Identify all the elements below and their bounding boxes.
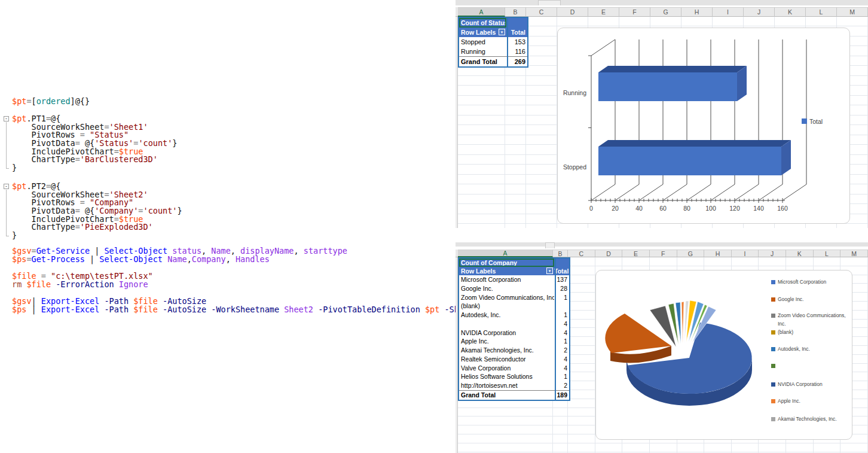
pivot-row-value-cell[interactable]: 4 — [554, 320, 569, 329]
pivot-row-label-cell[interactable]: Realtek Semiconductor — [459, 355, 554, 364]
pivot-row-label-cell[interactable] — [459, 320, 554, 329]
pivot-title-spacer-cell[interactable] — [554, 259, 569, 267]
column-header-M[interactable]: M — [841, 250, 868, 257]
legend-label[interactable]: Akamai Technologies, Inc. — [778, 416, 837, 422]
column-header-D[interactable]: D — [595, 250, 623, 257]
pivot-row-value-cell[interactable]: 28 — [554, 284, 569, 293]
row-labels-header-cell[interactable]: Row Labels ▾ — [459, 267, 554, 275]
row-labels-filter-dropdown-icon[interactable]: ▾ — [499, 29, 505, 35]
column-header-G[interactable]: G — [677, 250, 705, 257]
grand-total-value-cell[interactable]: 189 — [554, 391, 569, 400]
bar-Running[interactable] — [598, 72, 737, 101]
pie-slice-small[interactable] — [676, 302, 681, 343]
pivot-row-label-cell[interactable]: Apple Inc. — [459, 337, 554, 346]
legend-label[interactable]: Microsoft Corporation — [778, 279, 827, 285]
pivot-row-label-cell[interactable]: Zoom Video Communications, Inc. — [459, 293, 554, 302]
column-header-F[interactable]: F — [619, 7, 650, 17]
legend-label[interactable]: Total — [809, 118, 823, 125]
column-header-H[interactable]: H — [681, 7, 713, 17]
bar-chart-container[interactable]: 020406080100120140160RunningStoppedTotal — [557, 28, 850, 224]
legend-label[interactable]: Google Inc. — [778, 296, 803, 302]
column-header-G[interactable]: G — [650, 7, 681, 17]
column-header-C[interactable]: C — [568, 250, 595, 257]
bar-chart-3d[interactable]: 020406080100120140160RunningStoppedTotal — [558, 28, 849, 223]
column-header-B[interactable]: B — [553, 250, 568, 257]
pivot-row-label-cell[interactable]: Running — [459, 47, 506, 56]
column-header-E[interactable]: E — [588, 7, 619, 17]
pivot-title-spacer-cell[interactable] — [506, 18, 527, 28]
pivot-row-value-cell[interactable]: 1 — [554, 337, 569, 346]
legend-label[interactable]: Zoom Video Communications,Inc. — [778, 312, 846, 327]
pivot-row-value-cell[interactable] — [554, 302, 569, 311]
column-header-J[interactable]: J — [759, 250, 786, 257]
column-header-L[interactable]: L — [806, 7, 837, 17]
pie-chart-container[interactable]: Microsoft CorporationGoogle Inc.Zoom Vid… — [595, 270, 852, 440]
pivot-row-value-cell[interactable]: 1 — [554, 372, 569, 381]
column-header-A[interactable]: A — [458, 250, 553, 257]
legend-swatch[interactable] — [771, 399, 775, 403]
column-header-B[interactable]: B — [505, 7, 526, 17]
grand-total-label-cell[interactable]: Grand Total — [459, 57, 506, 66]
pivot-row-label-cell[interactable]: Google Inc. — [459, 284, 554, 293]
bar-top-face[interactable] — [598, 140, 791, 147]
pivot-row-label-cell[interactable]: http://tortoisesvn.net — [459, 381, 554, 390]
bar-top-face[interactable] — [598, 66, 747, 72]
pivot-row-label-cell[interactable]: Microsoft Corporation — [459, 275, 554, 284]
column-header-C[interactable]: C — [526, 7, 557, 17]
column-header-F[interactable]: F — [650, 250, 677, 257]
legend-swatch[interactable] — [771, 364, 775, 368]
pivot-row-value-cell[interactable]: 2 — [554, 346, 569, 355]
grand-total-value-cell[interactable]: 269 — [506, 57, 527, 66]
pivot-row-value-cell[interactable]: 1 — [554, 311, 569, 320]
legend-swatch[interactable] — [771, 347, 775, 351]
legend-label[interactable]: Autodesk, Inc. — [778, 346, 810, 352]
legend-label[interactable]: (blank) — [778, 329, 793, 335]
code-fold-collapse-icon[interactable]: - — [4, 184, 9, 189]
total-header-cell[interactable]: Total — [506, 28, 527, 37]
pivot-row-value-cell[interactable]: 4 — [554, 364, 569, 373]
pivot-row-label-cell[interactable]: (blank) — [459, 302, 554, 311]
grand-total-label-cell[interactable]: Grand Total — [459, 391, 554, 400]
pivot-title-cell[interactable]: Count of Status — [459, 18, 506, 28]
legend-label[interactable]: NVIDIA Corporation — [778, 381, 823, 387]
pivot-row-value-cell[interactable]: 4 — [554, 355, 569, 364]
pivot-row-value-cell[interactable]: 2 — [554, 381, 569, 390]
pie-slice-small[interactable] — [681, 302, 684, 343]
pivot-title-cell[interactable]: Count of Company — [459, 259, 554, 267]
legend-swatch[interactable] — [802, 118, 807, 124]
column-header-I[interactable]: I — [732, 250, 759, 257]
legend-swatch[interactable] — [771, 314, 775, 318]
pivot-row-value-cell[interactable]: 4 — [554, 329, 569, 338]
pivot-row-label-cell[interactable]: Valve Corporation — [459, 364, 554, 373]
row-labels-header-cell[interactable]: Row Labels ▾ — [459, 28, 506, 37]
pivot-row-label-cell[interactable]: Stopped — [459, 37, 506, 47]
legend-swatch[interactable] — [771, 382, 775, 387]
pivot-row-value-cell[interactable]: 137 — [554, 275, 569, 284]
column-header-I[interactable]: I — [713, 7, 744, 17]
column-header-D[interactable]: D — [557, 7, 588, 17]
code-fold-collapse-icon[interactable]: - — [4, 116, 9, 121]
column-header-K[interactable]: K — [775, 7, 806, 17]
column-header-E[interactable]: E — [622, 250, 650, 257]
pivot-row-value-cell[interactable]: 1 — [554, 293, 569, 302]
pivot-row-label-cell[interactable]: Akamai Technologies, Inc. — [459, 346, 554, 355]
pie-chart-3d[interactable]: Microsoft CorporationGoogle Inc.Zoom Vid… — [596, 270, 852, 439]
pivot-row-label-cell[interactable]: Helios Software Solutions — [459, 372, 554, 381]
bar-Stopped[interactable] — [598, 147, 781, 175]
pivot-row-label-cell[interactable]: Autodesk, Inc. — [459, 311, 554, 320]
column-header-L[interactable]: L — [814, 250, 841, 257]
legend-swatch[interactable] — [771, 330, 775, 335]
row-labels-filter-dropdown-icon[interactable]: ▾ — [546, 267, 553, 274]
total-header-cell[interactable]: Total — [554, 267, 569, 275]
column-header-A[interactable]: A — [458, 7, 505, 17]
legend-swatch[interactable] — [771, 417, 775, 421]
pivot-row-value-cell[interactable]: 116 — [506, 47, 527, 56]
legend-swatch[interactable] — [771, 297, 775, 302]
column-header-J[interactable]: J — [744, 7, 775, 17]
legend-label[interactable]: Apple Inc. — [778, 398, 800, 404]
column-header-M[interactable]: M — [837, 7, 868, 17]
powershell-editor[interactable]: $pt=[ordered]@{}-$pt.PT1=@{ SourceWorkSh… — [0, 0, 456, 453]
column-header-H[interactable]: H — [704, 250, 732, 257]
column-header-K[interactable]: K — [786, 250, 814, 257]
pivot-row-label-cell[interactable]: NVIDIA Corporation — [459, 329, 554, 338]
